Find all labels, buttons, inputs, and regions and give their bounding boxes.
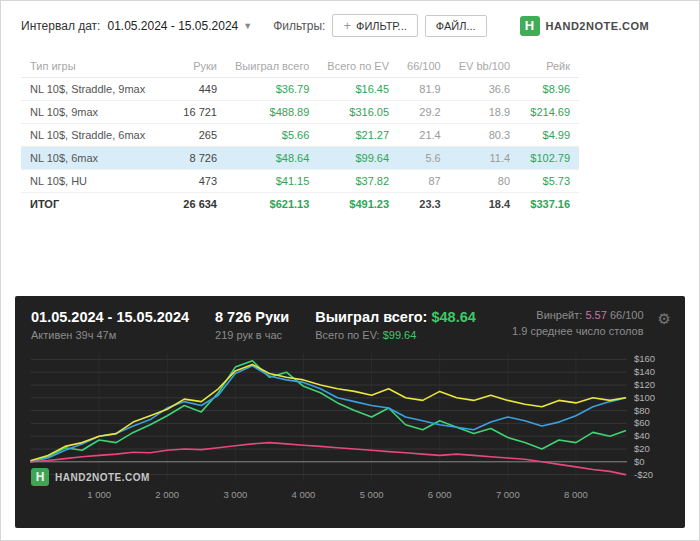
chart-won-value: $48.64 xyxy=(431,309,475,325)
chart-avg-tables: 1.9 среднее число столов xyxy=(512,325,644,337)
chart-panel: 01.05.2024 - 15.05.2024 Активен 39ч 47м … xyxy=(15,296,685,528)
table-cell: $621.13 xyxy=(226,193,318,216)
svg-text:6 000: 6 000 xyxy=(428,489,452,500)
svg-text:4 000: 4 000 xyxy=(292,489,316,500)
hand2note-logo-text: HAND2NOTE.COM xyxy=(546,20,650,32)
table-cell: NL 10$, Straddle, 9max xyxy=(21,78,171,101)
table-cell: $41.15 xyxy=(226,170,318,193)
total-row[interactable]: ИТОГ26 634$621.13$491.2323.318.4$337.16 xyxy=(21,193,579,216)
svg-text:$140: $140 xyxy=(634,366,655,377)
svg-text:$20: $20 xyxy=(634,443,650,454)
column-header[interactable]: Руки xyxy=(171,55,226,78)
table-cell: NL 10$, HU xyxy=(21,170,171,193)
table-cell: 8 726 xyxy=(171,147,226,170)
table-row[interactable]: NL 10$, 6max8 726$48.64$99.645.611.4$102… xyxy=(21,147,579,170)
table-cell: 18.4 xyxy=(450,193,519,216)
table-cell: $37.82 xyxy=(318,170,398,193)
chart-hands-per-hour: 219 рук в час xyxy=(215,329,289,341)
table-cell: $21.27 xyxy=(318,124,398,147)
chart-watermark: H HAND2NOTE.COM xyxy=(31,468,150,486)
table-cell: $4.99 xyxy=(519,124,579,147)
chart-date-range: 01.05.2024 - 15.05.2024 xyxy=(31,309,189,325)
table-cell: $36.79 xyxy=(226,78,318,101)
chart-winrate-value: 5.57 xyxy=(585,309,606,321)
svg-text:3 000: 3 000 xyxy=(223,489,247,500)
chart-active-time: Активен 39ч 47м xyxy=(31,329,189,341)
table-cell: 29.2 xyxy=(398,101,450,124)
table-cell: NL 10$, 6max xyxy=(21,147,171,170)
table-cell: $16.45 xyxy=(318,78,398,101)
chart-winrate-label: Винрейт: xyxy=(536,309,582,321)
svg-text:-$20: -$20 xyxy=(634,469,653,480)
svg-text:1 000: 1 000 xyxy=(87,489,111,500)
chart-hands: 8 726 Руки xyxy=(215,309,289,325)
chart-won-label: Выиграл всего: xyxy=(315,309,427,325)
column-header[interactable]: Выиграл всего xyxy=(226,55,318,78)
table-cell: 26 634 xyxy=(171,193,226,216)
chart-ev-value: $99.64 xyxy=(383,329,417,341)
svg-text:$0: $0 xyxy=(634,456,645,467)
hand2note-logo: H HAND2NOTE.COM xyxy=(520,16,650,36)
table-cell: 87 xyxy=(398,170,450,193)
table-cell: $8.96 xyxy=(519,78,579,101)
column-header[interactable]: EV bb/100 xyxy=(450,55,519,78)
table-cell: 80 xyxy=(450,170,519,193)
table-row[interactable]: NL 10$, 9max16 721$488.89$316.0529.218.9… xyxy=(21,101,579,124)
svg-text:7 000: 7 000 xyxy=(496,489,520,500)
table-cell: $5.66 xyxy=(226,124,318,147)
table-cell: NL 10$, Straddle, 6max xyxy=(21,124,171,147)
date-range-label: Интервал дат: xyxy=(21,19,100,33)
svg-text:$80: $80 xyxy=(634,405,650,416)
column-header[interactable]: Рейк xyxy=(519,55,579,78)
gear-icon[interactable]: ⚙ xyxy=(658,311,671,326)
table-cell: ИТОГ xyxy=(21,193,171,216)
svg-text:$60: $60 xyxy=(634,417,650,428)
table-cell: 81.9 xyxy=(398,78,450,101)
table-row[interactable]: NL 10$, Straddle, 6max265$5.66$21.2721.4… xyxy=(21,124,579,147)
table-cell: 23.3 xyxy=(398,193,450,216)
chart-ev-line: Всего по EV: $99.64 xyxy=(315,329,476,341)
table-cell: 36.6 xyxy=(450,78,519,101)
toolbar: Интервал дат: 01.05.2024 - 15.05.2024 ▼ … xyxy=(1,1,699,45)
table-cell: $102.79 xyxy=(519,147,579,170)
file-button[interactable]: ФАЙЛ... xyxy=(425,15,487,37)
date-range-selector[interactable]: 01.05.2024 - 15.05.2024 ▼ xyxy=(107,19,252,33)
table-cell: $488.89 xyxy=(226,101,318,124)
column-header[interactable]: 66/100 xyxy=(398,55,450,78)
svg-text:$40: $40 xyxy=(634,430,650,441)
chart-date-block: 01.05.2024 - 15.05.2024 Активен 39ч 47м xyxy=(31,309,189,341)
stats-table: Тип игрыРукиВыиграл всегоВсего по EV66/1… xyxy=(21,55,579,215)
table-cell: 449 xyxy=(171,78,226,101)
table-cell: $5.73 xyxy=(519,170,579,193)
table-row[interactable]: NL 10$, HU473$41.15$37.828780$5.73 xyxy=(21,170,579,193)
chart-won-block: Выиграл всего: $48.64 Всего по EV: $99.6… xyxy=(315,309,476,341)
table-cell: 18.9 xyxy=(450,101,519,124)
table-cell: 5.6 xyxy=(398,147,450,170)
plus-icon: + xyxy=(343,19,351,32)
table-cell: 11.4 xyxy=(450,147,519,170)
svg-text:2 000: 2 000 xyxy=(155,489,179,500)
chart-hands-block: 8 726 Руки 219 рук в час xyxy=(215,309,289,341)
column-header[interactable]: Всего по EV xyxy=(318,55,398,78)
table-cell: NL 10$, 9max xyxy=(21,101,171,124)
hand2note-logo-icon: H xyxy=(520,16,540,36)
chart-winrate-unit: 66/100 xyxy=(610,309,644,321)
table-cell: 473 xyxy=(171,170,226,193)
watermark-logo-icon: H xyxy=(31,468,49,486)
watermark-logo-text: HAND2NOTE.COM xyxy=(55,472,150,483)
svg-text:8 000: 8 000 xyxy=(564,489,588,500)
table-cell: 16 721 xyxy=(171,101,226,124)
table-cell: $99.64 xyxy=(318,147,398,170)
table-cell: $491.23 xyxy=(318,193,398,216)
svg-text:5 000: 5 000 xyxy=(360,489,384,500)
table-row[interactable]: NL 10$, Straddle, 9max449$36.79$16.4581.… xyxy=(21,78,579,101)
date-range-value: 01.05.2024 - 15.05.2024 xyxy=(107,19,238,33)
column-header[interactable]: Тип игры xyxy=(21,55,171,78)
chevron-down-icon: ▼ xyxy=(243,21,252,31)
add-filter-button[interactable]: + ФИЛЬТР... xyxy=(332,14,417,37)
svg-text:$100: $100 xyxy=(634,392,655,403)
chart-winrate-block: Винрейт: 5.57 66/100 1.9 среднее число с… xyxy=(512,309,644,341)
chart-header: 01.05.2024 - 15.05.2024 Активен 39ч 47м … xyxy=(15,296,685,343)
filters-label: Фильтры: xyxy=(273,19,325,33)
table-cell: 265 xyxy=(171,124,226,147)
